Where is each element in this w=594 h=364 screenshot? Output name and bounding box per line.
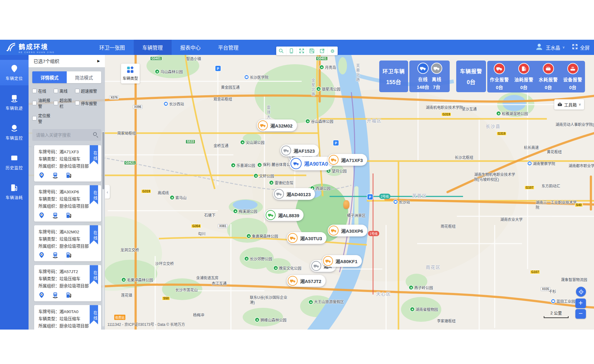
vehicle-marker[interactable]: 湘A32M02 <box>257 119 297 131</box>
search-icon[interactable] <box>93 132 97 136</box>
checkbox-icon[interactable] <box>75 89 79 93</box>
vehicle-card[interactable]: 在线 车牌号码：湘A71XF3 车辆类型：垃圾压缩车 所属组织：厨余垃圾项目部 <box>34 145 101 182</box>
sidebar-item-vehicle-locate[interactable]: 车辆定位 <box>0 60 29 85</box>
top-nav: 环卫一张图 车辆管理 报表中心 平台管理 <box>91 40 247 55</box>
filter-checkbox[interactable]: 超速报警 <box>75 88 101 94</box>
nav-item[interactable]: 环卫一张图 <box>91 40 134 55</box>
vehicle-marker[interactable]: 湘A80KF1 <box>322 255 362 267</box>
vehicle-marker[interactable]: 湘A30TU3 <box>287 232 326 244</box>
filter-checkbox[interactable]: 油耗报警 <box>32 97 54 109</box>
zoom-out-button[interactable]: − <box>575 309 586 319</box>
vehicle-marker[interactable]: 湘A57JT2 <box>287 275 326 287</box>
mode-tab[interactable]: 详情模式 <box>32 71 67 83</box>
locate-pin-icon[interactable] <box>38 252 45 258</box>
fuel-pump-icon[interactable] <box>66 212 72 218</box>
share-icon[interactable] <box>317 47 327 55</box>
filter-checkbox[interactable]: 超出围栏 <box>54 97 75 109</box>
truck-icon <box>274 189 284 199</box>
device-icon[interactable] <box>286 47 297 55</box>
panel-collapse-button[interactable]: ‹ <box>105 185 110 199</box>
field-label: 车牌号码： <box>38 190 60 194</box>
sidebar-item-vehicle-monitor[interactable]: 车辆监控 <box>0 119 29 145</box>
vehicle-card[interactable]: 在线 车牌号码：湘A57JT2 车辆类型：垃圾压缩车 所属组织：厨余垃圾项目部 <box>34 265 101 301</box>
stat-fuel-alarm: 油耗报警 0台 <box>514 63 533 90</box>
toolbox-label: 工具箱 <box>564 101 577 108</box>
vehicle-marker[interactable]: 湘AD40123 <box>273 188 315 200</box>
search-input[interactable] <box>32 129 101 141</box>
vehicle-type: 垃圾压缩车 <box>60 317 81 321</box>
vehicle-card[interactable]: 在线 车牌号码：湘A90TA0 车辆类型：垃圾压缩车 所属组织：厨余垃圾项目部 <box>34 305 101 330</box>
checkbox-icon[interactable] <box>32 89 37 93</box>
vehicle-plate: 湘A71XF3 <box>60 150 79 154</box>
checkbox-icon[interactable] <box>54 89 58 93</box>
vehicle-marker[interactable]: 湘AL8839 <box>265 209 304 221</box>
fuel-pump-icon[interactable] <box>66 252 72 258</box>
vehicle-list-panel: 详情模式 简洁模式 在线 离线 <box>29 67 105 330</box>
org-selector[interactable]: 已选7个组织 ▶ <box>29 55 105 67</box>
sidebar-item-vehicle-fuel[interactable]: 车辆油耗 <box>0 179 29 204</box>
vehicle-plate: 湘A90TA0 <box>60 309 79 314</box>
track-icon <box>10 94 18 102</box>
fullscreen-label[interactable]: 全屏 <box>580 44 590 51</box>
brand: 鹤成环境 HE CHENG HUAN JING <box>0 42 84 53</box>
search-box <box>32 129 101 141</box>
arrow-right-icon[interactable]: ▶ <box>97 59 100 63</box>
stat-device-alarm: 设备报警 0台 <box>563 63 583 90</box>
stat-value: 155台 <box>386 78 401 86</box>
stat-online-offline: 在线 148台 离线 7台 <box>409 61 450 92</box>
panel-scrollbar-thumb[interactable] <box>102 132 104 189</box>
vehicle-marker[interactable]: 湘A71XF3 <box>328 154 367 166</box>
vehicle-card[interactable]: 在线 车牌号码：湘A30XP6 车辆类型：垃圾压缩车 所属组织：厨余垃圾项目部 <box>34 185 101 222</box>
nav-item[interactable]: 车辆管理 <box>134 40 172 55</box>
vehicle-org: 厨余垃圾项目部 <box>60 324 89 328</box>
locate-pin-icon[interactable] <box>38 212 45 218</box>
sidebar-item-vehicle-track[interactable]: 车辆轨迹 <box>0 90 29 115</box>
vehicle-marker[interactable]: 湘A30XP6 <box>328 225 367 236</box>
nav-item[interactable]: 报表中心 <box>172 40 209 55</box>
stat-total-vehicles: 环卫车辆 155台 <box>379 61 408 92</box>
mode-tab[interactable]: 简洁模式 <box>67 71 101 83</box>
zoom-in-button[interactable]: + <box>575 299 586 308</box>
user-name[interactable]: 王水晶 <box>546 44 560 51</box>
track-icon[interactable] <box>52 252 58 258</box>
settings-icon[interactable]: ⚙ <box>327 47 338 55</box>
vehicle-type-button[interactable]: 车辆类型 <box>121 64 140 83</box>
toolbox-icon <box>557 102 562 107</box>
filter-checkbox[interactable]: 离线 <box>54 88 75 94</box>
chevron-down-icon[interactable]: ∨ <box>562 45 565 49</box>
track-icon[interactable] <box>52 292 58 298</box>
locate-pin-icon[interactable] <box>38 292 45 298</box>
field-label: 所属组织： <box>38 284 60 288</box>
measure-icon[interactable] <box>276 47 286 55</box>
checkbox-icon[interactable] <box>32 101 37 105</box>
save-icon[interactable] <box>307 47 317 55</box>
vehicle-marker-plate: 湘A32M02 <box>270 122 293 129</box>
nav-item[interactable]: 平台管理 <box>209 40 247 55</box>
vehicle-plate: 湘A30XP6 <box>60 190 79 194</box>
field-label: 车辆类型： <box>38 237 60 241</box>
toolbox-button[interactable]: 工具箱 ∨ <box>554 99 584 110</box>
user-avatar[interactable] <box>535 43 543 52</box>
field-label: 车牌号码： <box>38 230 60 234</box>
fullscreen-icon[interactable] <box>572 44 578 51</box>
track-icon[interactable] <box>52 212 58 218</box>
expand-icon[interactable] <box>297 47 307 55</box>
field-label: 车辆类型： <box>38 276 60 281</box>
checkbox-icon[interactable] <box>32 116 37 120</box>
fuel-pump-icon[interactable] <box>66 172 72 178</box>
filter-checkbox[interactable]: 定位报警 <box>32 112 54 124</box>
vehicle-card[interactable]: 在线 车牌号码：湘A32M02 车辆类型：垃圾压缩车 所属组织：厨余垃圾项目部 <box>34 225 101 262</box>
device-alarm-icon <box>567 63 578 74</box>
filter-checkbox[interactable]: 在线 <box>32 88 54 94</box>
locate-button[interactable] <box>576 287 586 297</box>
fuel-pump-icon[interactable] <box>66 292 72 298</box>
vehicle-marker[interactable]: 湘A90TA0 <box>289 157 333 170</box>
track-icon[interactable] <box>52 172 58 178</box>
sidebar-item-history-monitor[interactable]: 历史监控 <box>0 149 29 175</box>
checkbox-icon[interactable] <box>75 101 79 105</box>
vehicle-marker[interactable]: 湘AF1523 <box>280 145 319 156</box>
checkbox-icon[interactable] <box>54 101 58 105</box>
map-scale-text: 2 公里 <box>544 310 569 316</box>
filter-checkbox[interactable]: 停车报警 <box>75 97 101 109</box>
locate-pin-icon[interactable] <box>38 172 45 178</box>
